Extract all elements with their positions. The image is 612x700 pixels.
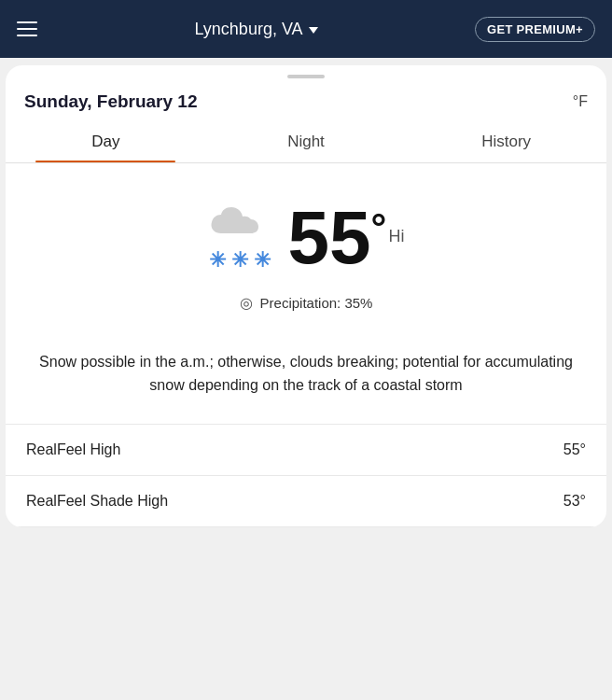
weather-card: Sunday, February 12 °F Day Night History xyxy=(6,65,606,527)
location-label: Lynchburg, VA xyxy=(195,20,303,39)
app-header: Lynchburg, VA GET PREMIUM+ xyxy=(0,0,612,58)
realfeel-high-label: RealFeel High xyxy=(26,441,120,458)
snow-star-1: ✳ xyxy=(209,248,226,273)
tab-night[interactable]: Night xyxy=(206,125,407,162)
temperature-display: 55 ° Hi xyxy=(288,201,405,275)
tab-history[interactable]: History xyxy=(406,125,606,162)
menu-button[interactable] xyxy=(17,21,37,36)
unit-toggle[interactable]: °F xyxy=(573,93,588,110)
snow-cloud-icon: ✳ ✳ ✳ xyxy=(208,203,271,273)
card-date: Sunday, February 12 xyxy=(24,91,198,112)
tab-day[interactable]: Day xyxy=(6,125,206,162)
weather-icon-temp-row: ✳ ✳ ✳ 55 ° Hi xyxy=(208,201,405,275)
temp-hi-label: Hi xyxy=(388,227,404,246)
snow-star-2: ✳ xyxy=(231,248,248,273)
weather-description: Snow possible in the a.m.; otherwise, cl… xyxy=(6,330,606,424)
drag-handle-bar xyxy=(287,75,325,78)
weather-main: ✳ ✳ ✳ 55 ° Hi ◎ Precipitation: 35% xyxy=(6,163,606,330)
location-selector[interactable]: Lynchburg, VA xyxy=(195,20,318,39)
chevron-down-icon xyxy=(309,27,318,34)
tab-bar: Day Night History xyxy=(6,112,606,163)
realfeel-shade-high-label: RealFeel Shade High xyxy=(26,493,168,510)
precipitation-label: Precipitation: 35% xyxy=(260,295,373,311)
detail-row-realfeel-shade-high: RealFeel Shade High 53° xyxy=(6,476,606,527)
temp-degree-symbol: ° xyxy=(371,206,387,251)
detail-row-realfeel-high: RealFeel High 55° xyxy=(6,425,606,476)
card-header: Sunday, February 12 °F xyxy=(6,84,606,112)
snow-stars: ✳ ✳ ✳ xyxy=(209,248,271,273)
details-section: RealFeel High 55° RealFeel Shade High 53… xyxy=(6,424,606,527)
realfeel-shade-high-value: 53° xyxy=(563,493,586,510)
precipitation-row: ◎ Precipitation: 35% xyxy=(240,294,373,312)
temperature-value: 55 xyxy=(288,201,371,275)
drop-icon: ◎ xyxy=(240,294,253,312)
drag-handle[interactable] xyxy=(6,65,606,84)
snow-star-3: ✳ xyxy=(254,248,271,273)
premium-button[interactable]: GET PREMIUM+ xyxy=(475,17,595,42)
realfeel-high-value: 55° xyxy=(563,441,586,458)
cloud-shape xyxy=(208,203,271,241)
